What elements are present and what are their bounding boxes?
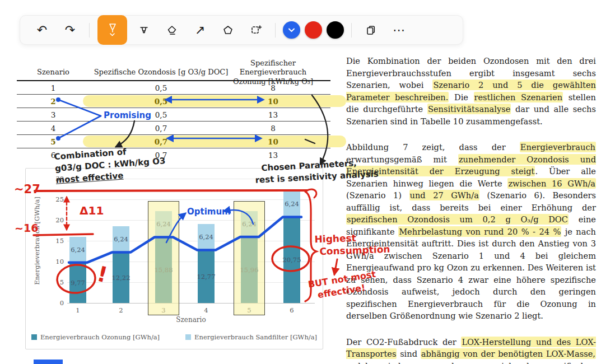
undo-icon: ↶ bbox=[37, 24, 47, 36]
clipboard-icon bbox=[365, 25, 376, 36]
text-highlight: abhängig von der benötigten LOX-Masse, bbox=[421, 348, 596, 359]
table-cell: 6 bbox=[17, 151, 90, 160]
table-cell: 3 bbox=[17, 110, 90, 119]
eraser-icon bbox=[166, 25, 178, 36]
trend-line bbox=[26, 169, 323, 349]
table-cell: 10 bbox=[232, 97, 314, 106]
lowlighter-pen-icon bbox=[138, 25, 150, 36]
column-header: Spezifische Ozondosis [g O3/g DOC] bbox=[90, 68, 232, 77]
text-highlight: zwischen 16 GWh/a bbox=[507, 178, 596, 189]
table-cell: 13 bbox=[232, 110, 314, 119]
table-row: 50,710 bbox=[17, 135, 330, 148]
text-run: (Szenario 1) bbox=[346, 190, 409, 200]
more-options-button[interactable]: ⋯ bbox=[388, 19, 410, 41]
table-cell: 0,7 bbox=[90, 124, 232, 133]
redo-button[interactable]: ↷ bbox=[59, 19, 81, 41]
text-run: welche wiederum von der zu erreichenden … bbox=[346, 361, 596, 364]
table-cell: 0,7 bbox=[90, 137, 232, 146]
table-cell: 8 bbox=[232, 83, 314, 92]
ellipsis-icon: ⋯ bbox=[393, 24, 405, 36]
table-row: 60,713 bbox=[17, 148, 330, 161]
undo-button[interactable]: ↶ bbox=[31, 19, 53, 41]
color-swatch-red[interactable] bbox=[305, 21, 322, 39]
select-rectangle-icon bbox=[250, 24, 262, 36]
toolbar-divider bbox=[275, 23, 276, 38]
table-cell: 0,5 bbox=[90, 110, 232, 119]
color-swatch-black[interactable] bbox=[327, 21, 344, 39]
text-run: sind bbox=[397, 349, 420, 358]
text-run: Abbildung 7 zeigt, dass der bbox=[346, 142, 520, 152]
highlighter-pen-button-selected[interactable] bbox=[97, 15, 127, 45]
text-run: Die bbox=[449, 92, 473, 102]
table-row: 10,58 bbox=[17, 81, 330, 95]
arrow-icon: ↗ bbox=[195, 24, 205, 36]
table-cell: 1 bbox=[17, 83, 90, 92]
table-cell: 4 bbox=[17, 124, 90, 133]
text-run: erwartungsgemäß mit bbox=[346, 155, 458, 164]
article-column: Die Kombination der beiden Ozondosen mit… bbox=[346, 55, 596, 364]
eraser-button[interactable] bbox=[161, 19, 183, 41]
lowlighter-pen-button[interactable] bbox=[133, 19, 155, 41]
text-run: je nach Energieintensität auftritt. Dies… bbox=[346, 227, 596, 321]
table-cell: 0,5 bbox=[90, 97, 232, 106]
table-cell: 8 bbox=[232, 124, 314, 133]
text-highlight: und 27 GWh/a bbox=[409, 190, 479, 200]
scenario-table: Szenario Spezifische Ozondosis [g O3/g D… bbox=[17, 59, 330, 161]
table-cell: 5 bbox=[17, 137, 90, 146]
paragraph: Abbildung 7 zeigt, dass der Energieverbr… bbox=[346, 141, 596, 322]
table-header: Szenario Spezifische Ozondosis [g O3/g D… bbox=[17, 59, 330, 81]
bottom-blue-strip bbox=[34, 360, 63, 364]
table-cell: 2 bbox=[17, 97, 90, 106]
column-header: Spezifischer EnergieverbrauchOzonung [kW… bbox=[232, 59, 314, 86]
copy-button[interactable] bbox=[360, 19, 382, 41]
toolbar-divider bbox=[351, 23, 352, 38]
paragraph: Die Kombination der beiden Ozondosen mit… bbox=[346, 55, 596, 127]
redo-icon: ↷ bbox=[65, 24, 75, 36]
table-cell: 13 bbox=[232, 151, 314, 160]
pentagon-icon bbox=[222, 25, 234, 36]
energy-consumption-chart: 051015202530Energieverbrauch [GWh/a]Szen… bbox=[25, 168, 323, 349]
highlighter-pen-icon bbox=[107, 24, 118, 33]
text-highlight: spezifischen Ozondosis um 0,2 g O₃/g DOC bbox=[346, 214, 569, 225]
shape-tool-button[interactable] bbox=[217, 19, 239, 41]
table-cell: 0,7 bbox=[90, 151, 232, 160]
lasso-select-button[interactable] bbox=[245, 19, 267, 41]
chevron-down-icon bbox=[109, 33, 115, 36]
chevron-down-icon bbox=[288, 28, 295, 32]
table-row: 30,513 bbox=[17, 108, 330, 122]
line-arrow-tool-button[interactable]: ↗ bbox=[189, 19, 211, 41]
color-swatch-blue-selected[interactable] bbox=[283, 21, 300, 39]
table-row: 20,510 bbox=[17, 95, 330, 108]
table-cell: 0,5 bbox=[90, 83, 232, 92]
column-header: Szenario bbox=[17, 68, 90, 77]
table-cell: 10 bbox=[232, 137, 314, 146]
text-highlight: Energieverbrauch bbox=[520, 142, 596, 152]
text-run: Der CO2-Fußabdruck der bbox=[346, 337, 461, 347]
text-highlight: Sensitivitätsanalyse bbox=[427, 104, 511, 114]
text-highlight: Mehrbelastung von rund 20 % - 24 % bbox=[398, 226, 561, 237]
paragraph: Der CO2-Fußabdruck der LOX-Herstellung u… bbox=[346, 336, 596, 364]
toolbar-divider bbox=[89, 23, 90, 38]
text-highlight: restlichen Szenarien bbox=[474, 92, 563, 102]
table-row: 40,78 bbox=[17, 122, 330, 135]
annotation-toolbar: ↶ ↷ ↗ ⋯ bbox=[20, 15, 463, 45]
